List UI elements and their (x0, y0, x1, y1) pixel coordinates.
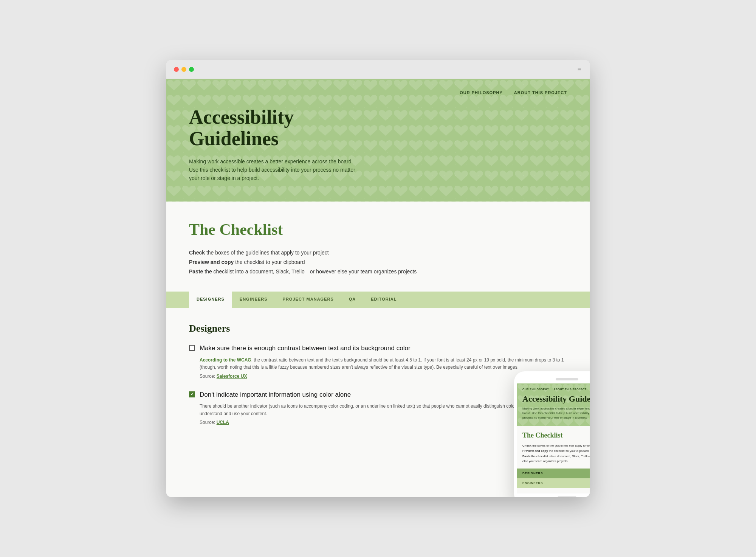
hero-section: OUR PHILOSOPHY ABOUT THIS PROJECT Access… (166, 79, 590, 202)
hero-description: Making work accessible creates a better … (189, 157, 359, 183)
item-row-1: Make sure there is enough contrast betwe… (189, 344, 567, 353)
mobile-instruction-3: Paste the checklist into a document, Sla… (522, 454, 590, 464)
item-label-2: Don't indicate important information usi… (200, 390, 351, 399)
mobile-hero: OUR PHILOSOPHY ABOUT THIS PROJECT Access… (517, 383, 590, 426)
ucla-link[interactable]: UCLA (217, 420, 229, 425)
browser-dot-yellow (181, 67, 186, 72)
mobile-checklist-title: The Checklist (522, 431, 590, 439)
browser-dot-green (189, 67, 194, 72)
mobile-mockup: OUR PHILOSOPHY ABOUT THIS PROJECT Access… (514, 371, 590, 497)
mobile-tabs: DESIGNERS ENGINEERS (517, 469, 590, 488)
item-source-2: Source: UCLA (200, 420, 567, 425)
item-detail-2: There should be another indicator (such … (200, 403, 567, 417)
hero-title: Accessibility Guidelines (189, 106, 340, 149)
browser-dot-red (174, 67, 179, 72)
tab-project-managers[interactable]: PROJECT MANAGERS (275, 292, 341, 308)
mobile-nav-about: ABOUT THIS PROJECT (553, 388, 586, 391)
mobile-speaker (556, 378, 578, 380)
mobile-instructions: Check the boxes of the guidelines that a… (522, 443, 590, 464)
mobile-tab-engineers[interactable]: ENGINEERS (517, 478, 590, 488)
nav-philosophy[interactable]: OUR PHILOSOPHY (460, 90, 503, 95)
mobile-content: The Checklist Check the boxes of the gui… (517, 426, 590, 493)
browser-dots (174, 67, 194, 72)
tab-engineers[interactable]: ENGINEERS (232, 292, 275, 308)
checklist-item-1: Make sure there is enough contrast betwe… (189, 344, 567, 379)
nav-bar: OUR PHILOSOPHY ABOUT THIS PROJECT (189, 90, 567, 95)
mobile-instruction-2: Preview and copy the checklist to your c… (522, 448, 590, 454)
checkbox-1[interactable] (189, 345, 195, 351)
mobile-home-indicator (558, 496, 576, 497)
checklist-instructions: Check the boxes of the guidelines that a… (189, 248, 567, 277)
menu-icon[interactable]: ≡ (578, 65, 582, 73)
mobile-nav: OUR PHILOSOPHY ABOUT THIS PROJECT (522, 388, 590, 391)
item-source-1: Source: Salesforce UX (200, 374, 567, 379)
tab-designers[interactable]: DESIGNERS (189, 292, 232, 308)
mobile-instruction-1: Check the boxes of the guidelines that a… (522, 443, 590, 448)
instruction-1: Check the boxes of the guidelines that a… (189, 248, 567, 258)
checklist-heading: The Checklist (189, 220, 567, 239)
tab-qa[interactable]: QA (341, 292, 364, 308)
page-wrapper: The Checklist Check the boxes of the gui… (166, 202, 590, 497)
checklist-section: Designers Make sure there is enough cont… (189, 308, 567, 451)
salesforce-ux-link[interactable]: Salesforce UX (217, 374, 247, 379)
checklist-item-2: Don't indicate important information usi… (189, 390, 567, 425)
section-title: Designers (189, 323, 567, 334)
website-content: OUR PHILOSOPHY ABOUT THIS PROJECT Access… (166, 79, 590, 496)
nav-about[interactable]: ABOUT THIS PROJECT (514, 90, 567, 95)
mobile-title: Accessibility Guidelines (522, 394, 590, 403)
item-label-1: Make sure there is enough contrast betwe… (200, 344, 411, 353)
instruction-2: Preview and copy the checklist to your c… (189, 258, 567, 267)
browser-toolbar: ≡ (166, 60, 590, 79)
item-detail-1: According to the WCAG, the contrast rati… (200, 357, 567, 371)
tab-editorial[interactable]: EDITORIAL (363, 292, 404, 308)
mobile-desc: Making work accessible creates a better … (522, 407, 590, 420)
instruction-3: Paste the checklist into a document, Sla… (189, 267, 567, 276)
mobile-nav-philosophy: OUR PHILOSOPHY (522, 388, 549, 391)
tabs-bar: DESIGNERS ENGINEERS PROJECT MANAGERS QA … (166, 292, 590, 308)
checkbox-2[interactable] (189, 391, 195, 397)
mobile-tab-designers[interactable]: DESIGNERS (517, 469, 590, 478)
browser-window: ≡ OUR PHILOSOPHY ABOUT THIS PROJECT Acce… (166, 60, 590, 496)
wcag-link[interactable]: According to the WCAG (200, 357, 251, 363)
item-row-2: Don't indicate important information usi… (189, 390, 567, 399)
